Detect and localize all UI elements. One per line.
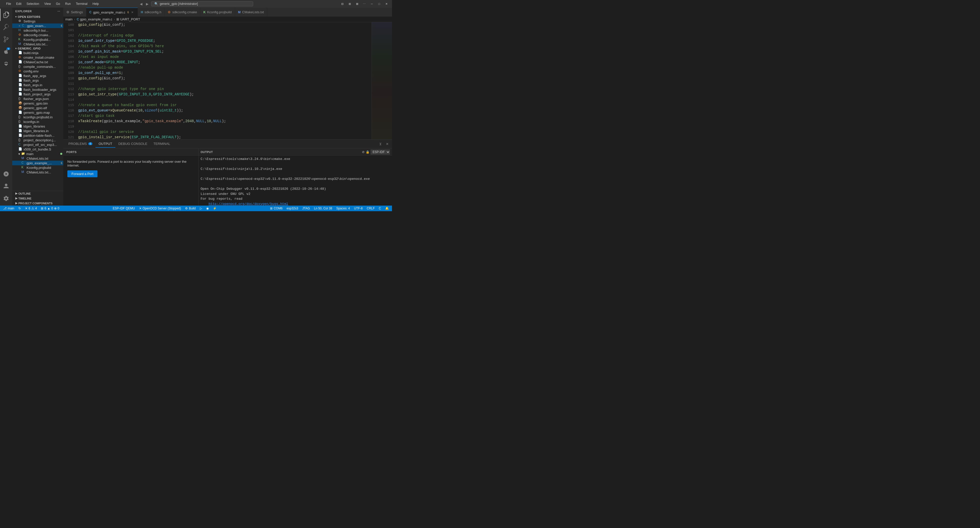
nav-back[interactable]: ◀: [139, 2, 143, 6]
file-x509[interactable]: 📄 x509_crt_bundle.S: [12, 147, 63, 152]
file-kconfigs-in[interactable]: {} kconfigs.in: [12, 119, 63, 124]
file-flash-args[interactable]: 📄 flash_args: [12, 78, 63, 82]
open-editor-settings[interactable]: ⚙ Settings: [12, 19, 63, 24]
bugs-link[interactable]: http://openocd.org/doc/doxygen/bugs.html: [208, 202, 288, 206]
nav-forward[interactable]: ▶: [145, 2, 150, 6]
maximize-button[interactable]: □: [375, 0, 383, 8]
status-spaces[interactable]: Spaces: 4: [335, 206, 351, 211]
file-build-ninja[interactable]: 📄 build.ninja: [12, 51, 63, 55]
panel-close[interactable]: ✕: [384, 141, 390, 147]
tab-cmakelists[interactable]: M CMakeLists.txt: [235, 8, 267, 17]
layout-button[interactable]: ⊟: [339, 0, 346, 8]
breadcrumb-file[interactable]: C gpio_example_main.c: [77, 17, 112, 21]
file-cmake-install[interactable]: ⚙ cmake_install.cmake: [12, 55, 63, 60]
search-bar[interactable]: 🔍 generic_gpio [Administrator]: [151, 1, 253, 6]
tab-sdkconfig-h[interactable]: H sdkconfig.h: [138, 8, 165, 17]
status-chip[interactable]: esp32s3: [286, 206, 299, 211]
panel-tab-problems[interactable]: PROBLEMS 6: [65, 140, 95, 148]
open-editors-header[interactable]: ▾ OPEN EDITORS: [12, 15, 63, 19]
breadcrumb-main[interactable]: main: [65, 17, 73, 21]
activity-source-control[interactable]: [0, 33, 12, 45]
menu-view[interactable]: View: [42, 2, 53, 6]
status-eol[interactable]: CRLF: [366, 206, 375, 211]
layout-button-2[interactable]: ⊞: [346, 0, 353, 8]
forward-port-button[interactable]: Forward a Port: [67, 170, 97, 177]
activity-idf[interactable]: [0, 168, 12, 180]
output-panel[interactable]: C:\Espressif\tools\cmake\3.24.0\bin\cmak…: [199, 155, 392, 206]
status-flash[interactable]: ▷: [199, 206, 203, 211]
panel-tab-terminal[interactable]: TERMINAL: [150, 140, 173, 148]
status-com6[interactable]: ⊞ COM6: [269, 206, 283, 211]
close-icon[interactable]: ✕: [18, 24, 21, 27]
status-notifications[interactable]: 🔔: [384, 206, 390, 211]
project-components-section[interactable]: ▶ PROJECT COMPONENTS: [12, 201, 63, 206]
activity-extensions[interactable]: [0, 58, 12, 70]
file-flash-project-args[interactable]: 📄 flash_project_args: [12, 92, 63, 97]
file-generic-gpio-bin[interactable]: 📦 generic_gpio.bin: [12, 101, 63, 106]
open-editor-sdkconfig-h[interactable]: H sdkconfig.h bui...: [12, 28, 63, 33]
status-openocd[interactable]: ✕ OpenOCD Server (Stopped): [138, 206, 182, 211]
file-generic-gpio-map[interactable]: 📄 generic_gpio.map: [12, 110, 63, 115]
status-monitor[interactable]: ◉: [205, 206, 210, 211]
gpio-tab-close[interactable]: ✕: [130, 10, 135, 14]
tab-kconfig[interactable]: K Kconfig.projbuild: [200, 8, 235, 17]
code-content[interactable]: gpio_config(&io_conf); //interrupt of ri…: [76, 22, 372, 139]
menu-selection[interactable]: Selection: [24, 2, 41, 6]
clear-output-icon[interactable]: ⊘: [362, 150, 365, 154]
file-partition-table[interactable]: 📄 partition-table-flash...: [12, 133, 63, 138]
file-flash-args-in[interactable]: 📄 flash_args.in: [12, 82, 63, 87]
tab-settings[interactable]: ⚙ Settings: [63, 8, 86, 17]
file-compile-commands[interactable]: {} compile_commands...: [12, 64, 63, 69]
outline-section[interactable]: ▶ OUTLINE: [12, 191, 63, 196]
file-config-env[interactable]: ⚙ config.env: [12, 69, 63, 73]
file-project-elf-src[interactable]: C project_elf_src_esp3...: [12, 142, 63, 147]
tab-sdkconfig-cmake[interactable]: ⚙ sdkconfig.cmake: [165, 8, 200, 17]
activity-search[interactable]: [0, 21, 12, 33]
file-cmakelists-main2[interactable]: M CMakeLists.txt...: [12, 170, 63, 174]
tab-gpio-main[interactable]: C gpio_example_main.c 6 ✕: [86, 8, 138, 17]
status-flash-monitor[interactable]: ⚡: [212, 206, 218, 211]
status-language[interactable]: C: [378, 206, 382, 211]
output-dropdown[interactable]: ESP-IDF: [371, 149, 390, 155]
status-sync[interactable]: ↻: [18, 206, 22, 211]
status-encoding[interactable]: UTF-8: [353, 206, 364, 211]
file-ldgen-libraries-in[interactable]: 📄 ldgen_libraries.in: [12, 128, 63, 133]
file-ldgen-libraries[interactable]: 📄 ldgen_libraries: [12, 124, 63, 128]
lock-output-icon[interactable]: 🔒: [366, 150, 370, 154]
activity-run-debug[interactable]: 4: [0, 45, 12, 58]
open-editor-gpio-main[interactable]: ✕ C gpio_exam... 6: [12, 24, 63, 28]
file-cmakecache[interactable]: 📄 CMakeCache.txt: [12, 60, 63, 64]
file-flash-bootloader-args[interactable]: 📄 flash_bootloader_args: [12, 87, 63, 92]
file-kconfigs-projbuild-in[interactable]: {} kconfigs.projbuild.in: [12, 115, 63, 119]
file-cmakelists-main[interactable]: M CMakeLists.txt: [12, 156, 63, 161]
minimize-button[interactable]: ─: [368, 0, 375, 8]
file-kconfig-projbuild[interactable]: K Kconfig.projbuild: [12, 165, 63, 170]
panel-tab-debug[interactable]: DEBUG CONSOLE: [115, 140, 150, 148]
close-button[interactable]: ✕: [383, 0, 390, 8]
status-idf-qemu[interactable]: ESP-IDF QEMU: [112, 206, 136, 211]
file-project-description[interactable]: {} project_description.j...: [12, 138, 63, 142]
activity-settings[interactable]: [0, 192, 12, 205]
panel-tab-output[interactable]: OUTPUT: [95, 140, 115, 148]
layout-button-4[interactable]: ⋯: [361, 0, 368, 8]
file-generic-gpio-elf[interactable]: 📦 generic_gpio.elf: [12, 106, 63, 110]
open-editor-cmakelists[interactable]: M CMakeLists.txt...: [12, 42, 63, 46]
file-flasher-args-json[interactable]: {} flasher_args.json: [12, 97, 63, 101]
open-editor-kconfig[interactable]: K Kconfig.projbuild...: [12, 37, 63, 42]
status-position[interactable]: Ln 50, Col 38: [313, 206, 333, 211]
generic-gpio-header[interactable]: ▾ GENERIC_GPIO: [12, 46, 63, 51]
activity-accounts[interactable]: [0, 180, 12, 192]
status-jtag[interactable]: JTAG: [301, 206, 311, 211]
timeline-section[interactable]: ▶ TIMELINE: [12, 196, 63, 201]
status-errors[interactable]: ✕ 6 ⚠ 4: [24, 206, 38, 211]
file-flash-app-args[interactable]: 📄 flash_app_args: [12, 73, 63, 78]
status-ports[interactable]: ⊞ 6 ▲ 0 ⊕ 0: [40, 206, 60, 211]
folder-main[interactable]: ▾ 📁 main: [12, 152, 63, 156]
breadcrumb-symbol[interactable]: ⊞ UART_PORT: [116, 17, 140, 21]
sidebar-more-button[interactable]: ···: [57, 10, 60, 13]
menu-edit[interactable]: Edit: [14, 2, 24, 6]
menu-file[interactable]: File: [4, 2, 13, 6]
open-editor-sdkconfig-cmake[interactable]: ⚙ sdkconfig.cmake...: [12, 33, 63, 37]
panel-maximize[interactable]: ⊻: [378, 141, 383, 147]
status-branch[interactable]: ⎇ main: [2, 206, 15, 211]
